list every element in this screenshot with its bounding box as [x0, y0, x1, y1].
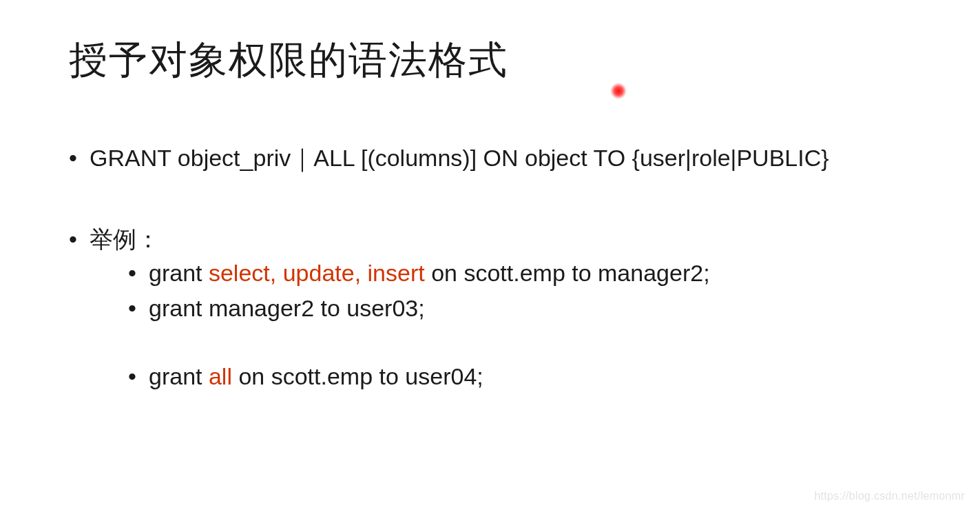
example-line-2: grant manager2 to user03;: [128, 291, 911, 326]
example-header-item: 举例： grant select, update, insert on scot…: [69, 223, 911, 395]
example-header-text: 举例：: [90, 226, 160, 252]
ex3-highlight: all: [209, 363, 232, 389]
slide-title: 授予对象权限的语法格式: [69, 34, 911, 87]
example-line-3: grant all on scott.emp to user04;: [128, 359, 911, 394]
slide-container: 授予对象权限的语法格式 GRANT object_priv｜ALL [(colu…: [0, 0, 980, 394]
example-sub-list: grant select, update, insert on scott.em…: [128, 256, 911, 394]
main-bullet-list: GRANT object_priv｜ALL [(columns)] ON obj…: [69, 142, 911, 394]
ex3-pre: grant: [149, 363, 209, 389]
ex1-highlight: select, update, insert: [209, 260, 425, 286]
ex1-pre: grant: [149, 260, 209, 286]
syntax-line: GRANT object_priv｜ALL [(columns)] ON obj…: [69, 142, 911, 175]
watermark-text: https://blog.csdn.net/lemonmr: [814, 490, 965, 502]
ex3-post: on scott.emp to user04;: [232, 363, 483, 389]
syntax-text: GRANT object_priv｜ALL [(columns)] ON obj…: [90, 145, 829, 171]
example-line-1: grant select, update, insert on scott.em…: [128, 256, 911, 291]
ex2-text: grant manager2 to user03;: [149, 295, 425, 321]
ex1-post: on scott.emp to manager2;: [425, 260, 710, 286]
